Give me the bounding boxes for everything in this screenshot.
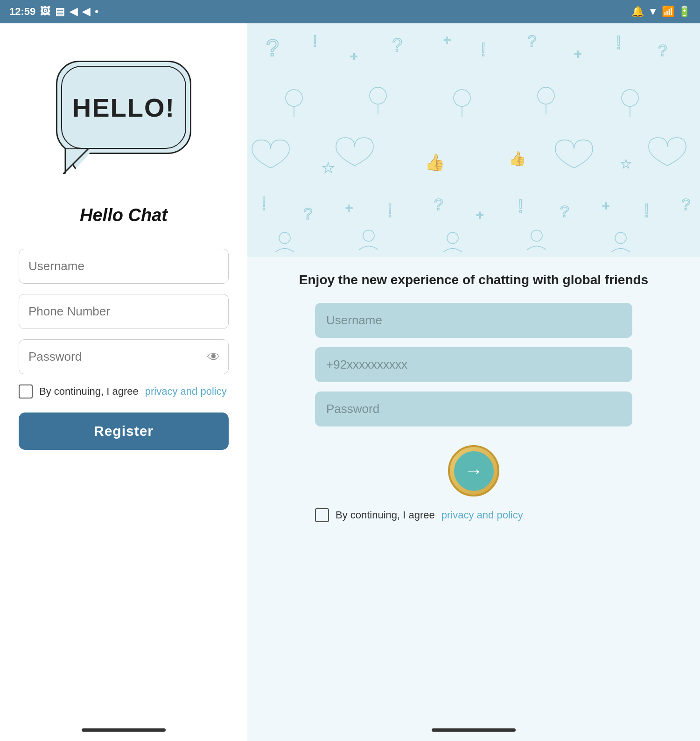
nav-bar-left bbox=[82, 728, 166, 732]
svg-text:?: ? bbox=[527, 32, 536, 50]
checkbox-row: By continuing, I agree privacy and polic… bbox=[19, 384, 229, 398]
left-panel: HELLO! Hello Chat 👁 By continuing, I agr… bbox=[0, 23, 247, 741]
pattern-area: ? ! + ? + ! ? + ! ? bbox=[247, 23, 700, 257]
svg-text:+: + bbox=[602, 198, 609, 213]
svg-text:!: ! bbox=[481, 39, 486, 60]
svg-text:!: ! bbox=[313, 32, 317, 50]
dot-icon: • bbox=[95, 6, 98, 18]
right-phone-input[interactable] bbox=[315, 347, 632, 382]
speech-bubble-inner: HELLO! bbox=[61, 66, 186, 149]
svg-text:+: + bbox=[476, 208, 483, 222]
svg-text:★: ★ bbox=[621, 157, 631, 170]
main-content: HELLO! Hello Chat 👁 By continuing, I agr… bbox=[0, 23, 700, 741]
svg-text:+: + bbox=[350, 49, 357, 63]
svg-text:?: ? bbox=[681, 195, 690, 213]
bubble-tail bbox=[63, 148, 91, 174]
svg-text:?: ? bbox=[392, 35, 402, 55]
send-icon: ◀ bbox=[70, 6, 77, 18]
app-title: Hello Chat bbox=[80, 205, 168, 225]
right-password-input[interactable] bbox=[315, 391, 632, 426]
menu-icon: ▤ bbox=[55, 6, 65, 18]
arrow-right-icon: → bbox=[464, 461, 483, 482]
svg-text:!: ! bbox=[644, 200, 649, 221]
submit-button[interactable]: → bbox=[448, 445, 499, 496]
svg-text:+: + bbox=[345, 201, 353, 215]
right-username-input[interactable] bbox=[315, 303, 632, 338]
phone-input[interactable] bbox=[19, 294, 229, 329]
checkbox-label: By continuing, I agree bbox=[39, 385, 139, 398]
status-bar: 12:59 🖼 ▤ ◀ ◀ • 🔔 ▼ 📶 🔋 bbox=[0, 0, 700, 23]
submit-circle-inner: → bbox=[454, 451, 494, 491]
right-panel: ? ! + ? + ! ? + ! ? bbox=[247, 23, 700, 741]
privacy-link[interactable]: privacy and policy bbox=[145, 385, 227, 398]
svg-text:?: ? bbox=[560, 202, 569, 220]
photo-icon: 🖼 bbox=[40, 6, 50, 18]
right-checkbox-row: By continuing, I agree privacy and polic… bbox=[315, 508, 632, 522]
agree-checkbox[interactable] bbox=[19, 384, 33, 398]
svg-text:👍: 👍 bbox=[509, 150, 526, 167]
status-left: 12:59 🖼 ▤ ◀ ◀ • bbox=[9, 6, 98, 18]
right-tagline: Enjoy the new experience of chatting wit… bbox=[299, 271, 648, 289]
right-privacy-link[interactable]: privacy and policy bbox=[441, 509, 523, 521]
password-input[interactable] bbox=[19, 339, 229, 374]
right-form-content: Enjoy the new experience of chatting wit… bbox=[247, 257, 700, 545]
svg-rect-0 bbox=[247, 23, 700, 257]
svg-text:👍: 👍 bbox=[425, 153, 445, 172]
wifi-icon: ▼ bbox=[648, 6, 658, 18]
send2-icon: ◀ bbox=[82, 6, 90, 18]
register-button[interactable]: Register bbox=[19, 412, 229, 450]
eye-icon[interactable]: 👁 bbox=[207, 349, 220, 364]
status-right: 🔔 ▼ 📶 🔋 bbox=[631, 6, 691, 18]
svg-text:!: ! bbox=[518, 196, 523, 216]
battery-icon: 🔋 bbox=[678, 6, 691, 18]
svg-text:?: ? bbox=[266, 35, 279, 61]
svg-text:!: ! bbox=[616, 32, 621, 53]
nav-bar-right bbox=[432, 728, 516, 732]
right-checkbox-label: By continuing, I agree bbox=[336, 509, 435, 521]
svg-text:?: ? bbox=[303, 204, 312, 223]
signal-icon: 📶 bbox=[662, 6, 674, 18]
password-container: 👁 bbox=[19, 339, 229, 374]
hello-text: HELLO! bbox=[72, 92, 175, 123]
svg-text:!: ! bbox=[387, 200, 392, 221]
username-input[interactable] bbox=[19, 249, 229, 284]
svg-text:★: ★ bbox=[322, 160, 335, 175]
svg-text:?: ? bbox=[434, 195, 443, 213]
status-time: 12:59 bbox=[9, 6, 35, 18]
mute-icon: 🔔 bbox=[631, 6, 644, 18]
speech-bubble: HELLO! bbox=[56, 61, 191, 154]
svg-text:!: ! bbox=[261, 193, 266, 214]
svg-text:+: + bbox=[443, 33, 451, 47]
svg-text:+: + bbox=[574, 47, 581, 61]
logo-container: HELLO! bbox=[49, 51, 198, 182]
svg-text:?: ? bbox=[658, 41, 667, 59]
background-pattern: ? ! + ? + ! ? + ! ? bbox=[247, 23, 700, 257]
right-agree-checkbox[interactable] bbox=[315, 508, 329, 522]
